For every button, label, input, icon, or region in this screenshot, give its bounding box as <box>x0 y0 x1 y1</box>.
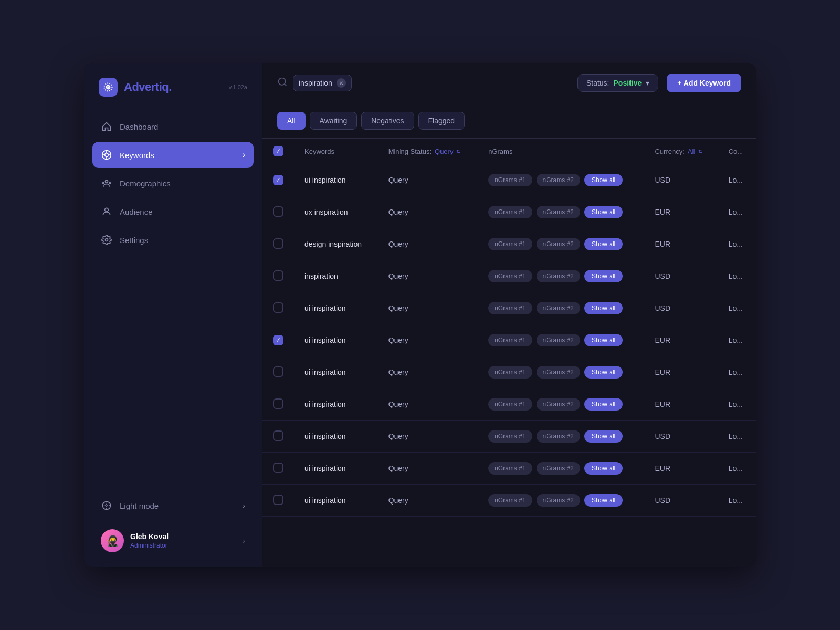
table-row: ui inspiration Query nGrams #1 nGrams #2… <box>262 324 756 356</box>
currency-column-header[interactable]: Currency: All ⇅ <box>644 139 718 164</box>
light-mode-icon <box>101 500 112 511</box>
search-pill[interactable]: inspiration ✕ <box>293 75 352 91</box>
table-row: inspiration Query nGrams #1 nGrams #2 Sh… <box>262 260 756 292</box>
tab-awaiting[interactable]: Awaiting <box>310 112 358 130</box>
search-clear-button[interactable]: ✕ <box>337 78 346 88</box>
ngrams-cell: nGrams #1 nGrams #2 Show all <box>478 164 644 196</box>
user-profile[interactable]: 🥷 Gleb Koval Administrator › <box>92 523 254 559</box>
ngram-badge-1: nGrams #1 <box>488 302 532 314</box>
sort-icon-currency: ⇅ <box>698 149 702 154</box>
sort-icon: ⇅ <box>456 149 460 154</box>
toolbar: inspiration ✕ Status: Positive ▾ + Add K… <box>262 63 756 103</box>
show-all-button[interactable]: Show all <box>584 462 623 475</box>
sidebar-item-demographics[interactable]: Demographics <box>92 170 254 196</box>
sidebar-bottom: Light mode › 🥷 Gleb Koval Administrator … <box>84 484 262 567</box>
add-keyword-button[interactable]: + Add Keyword <box>667 74 741 92</box>
row-checkbox[interactable] <box>273 335 284 345</box>
currency-cell: USD <box>644 164 718 196</box>
user-role: Administrator <box>130 542 236 549</box>
row-checkbox[interactable] <box>273 430 284 441</box>
ngram-badge-2: nGrams #2 <box>537 462 580 475</box>
svg-line-16 <box>285 83 287 86</box>
user-info: Gleb Koval Administrator <box>130 532 236 549</box>
ngram-badge-1: nGrams #1 <box>488 398 532 411</box>
col5-cell: Lo... <box>718 421 756 453</box>
col5-cell: Lo... <box>718 356 756 388</box>
sidebar-item-keywords[interactable]: Keywords › <box>92 142 254 168</box>
col5-cell: Lo... <box>718 292 756 324</box>
row-checkbox[interactable] <box>273 366 284 377</box>
show-all-button[interactable]: Show all <box>584 238 623 250</box>
row-checkbox-cell <box>262 324 294 356</box>
light-mode-label: Light mode <box>120 501 159 510</box>
currency-cell: USD <box>644 421 718 453</box>
mining-status-cell: Query <box>378 196 478 228</box>
row-checkbox[interactable] <box>273 495 284 505</box>
show-all-button[interactable]: Show all <box>584 174 623 186</box>
search-wrapper: inspiration ✕ <box>277 75 569 91</box>
app-name: Advertiq. <box>124 80 172 94</box>
show-all-button[interactable]: Show all <box>584 302 623 314</box>
ngrams-cell: nGrams #1 nGrams #2 Show all <box>478 485 644 517</box>
row-checkbox[interactable] <box>273 238 284 249</box>
mining-status-cell: Query <box>378 292 478 324</box>
main-content: inspiration ✕ Status: Positive ▾ + Add K… <box>262 63 756 567</box>
sidebar-item-audience[interactable]: Audience <box>92 198 254 225</box>
show-all-button[interactable]: Show all <box>584 206 623 218</box>
currency-cell: EUR <box>644 324 718 356</box>
mining-status-cell: Query <box>378 356 478 388</box>
tab-all[interactable]: All <box>277 112 306 130</box>
mining-status-cell: Query <box>378 164 478 196</box>
nav-arrow-icon: › <box>243 150 245 160</box>
row-checkbox-cell <box>262 228 294 260</box>
show-all-button[interactable]: Show all <box>584 366 623 379</box>
ngram-badge-1: nGrams #1 <box>488 238 532 250</box>
keywords-table: Keywords Mining Status: Query ⇅ nGrams <box>262 139 756 517</box>
row-checkbox-cell <box>262 485 294 517</box>
tab-flagged[interactable]: Flagged <box>418 112 465 130</box>
ngram-badge-1: nGrams #1 <box>488 494 532 507</box>
row-checkbox[interactable] <box>273 302 284 313</box>
ngram-badge-1: nGrams #1 <box>488 430 532 443</box>
show-all-button[interactable]: Show all <box>584 270 623 282</box>
sidebar-item-dashboard[interactable]: Dashboard <box>92 113 254 140</box>
row-checkbox-cell <box>262 421 294 453</box>
row-checkbox[interactable] <box>273 398 284 409</box>
table-row: ui inspiration Query nGrams #1 nGrams #2… <box>262 388 756 421</box>
light-mode-toggle[interactable]: Light mode › <box>92 492 254 519</box>
settings-icon <box>101 234 112 246</box>
tab-negatives[interactable]: Negatives <box>361 112 414 130</box>
sidebar: Advertiq. v.1.02a Dashboard <box>84 63 262 567</box>
select-all-checkbox[interactable] <box>273 146 284 156</box>
keyword-cell: ui inspiration <box>294 356 378 388</box>
row-checkbox[interactable] <box>273 463 284 473</box>
sidebar-item-settings[interactable]: Settings <box>92 227 254 253</box>
user-name: Gleb Koval <box>130 532 236 541</box>
show-all-button[interactable]: Show all <box>584 398 623 411</box>
currency-cell: USD <box>644 260 718 292</box>
ngram-badge-2: nGrams #2 <box>537 334 580 346</box>
row-checkbox[interactable] <box>273 270 284 281</box>
sidebar-item-label: Demographics <box>120 179 171 188</box>
row-checkbox-cell <box>262 260 294 292</box>
status-dropdown[interactable]: Status: Positive ▾ <box>578 74 658 92</box>
show-all-button[interactable]: Show all <box>584 494 623 507</box>
show-all-button[interactable]: Show all <box>584 334 623 346</box>
demographics-icon <box>101 177 112 189</box>
ngram-badge-1: nGrams #1 <box>488 366 532 379</box>
keyword-cell: inspiration <box>294 260 378 292</box>
row-checkbox[interactable] <box>273 206 284 217</box>
currency-cell: EUR <box>644 388 718 421</box>
ngram-badge-2: nGrams #2 <box>537 302 580 314</box>
row-checkbox[interactable] <box>273 175 284 185</box>
keyword-cell: ui inspiration <box>294 388 378 421</box>
svg-point-4 <box>105 153 109 157</box>
mining-status-column-header[interactable]: Mining Status: Query ⇅ <box>378 139 478 164</box>
table-row: ui inspiration Query nGrams #1 nGrams #2… <box>262 421 756 453</box>
ngrams-cell: nGrams #1 nGrams #2 Show all <box>478 260 644 292</box>
currency-cell: USD <box>644 292 718 324</box>
ngram-badge-2: nGrams #2 <box>537 366 580 379</box>
sidebar-item-label: Settings <box>120 236 148 245</box>
show-all-button[interactable]: Show all <box>584 430 623 443</box>
mining-status-cell: Query <box>378 260 478 292</box>
